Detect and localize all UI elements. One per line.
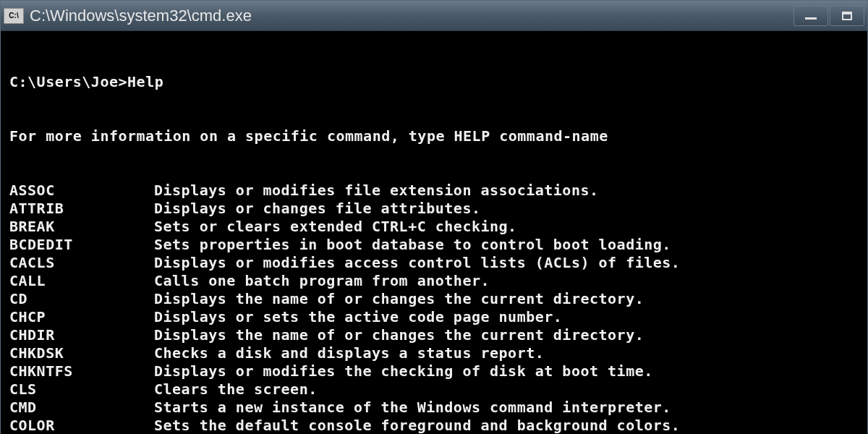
command-name: BCDEDIT	[9, 236, 154, 254]
help-intro: For more information on a specific comma…	[9, 127, 859, 145]
help-row: CMDStarts a new instance of the Windows …	[9, 399, 859, 417]
titlebar[interactable]: C:\ C:\Windows\system32\cmd.exe	[1, 1, 867, 31]
command-description: Starts a new instance of the Windows com…	[154, 399, 859, 417]
command-description: Displays or modifies access control list…	[154, 254, 859, 272]
window-title: C:\Windows\system32\cmd.exe	[30, 7, 793, 25]
command-name: CMD	[9, 399, 154, 417]
command-name: CHCP	[9, 308, 154, 326]
command-name: CLS	[9, 380, 154, 399]
command-description: Displays the name of or changes the curr…	[154, 326, 859, 344]
maximize-icon	[842, 12, 852, 20]
help-row: CHCPDisplays or sets the active code pag…	[9, 308, 859, 326]
command-name: COLOR	[9, 417, 154, 434]
command-name: CACLS	[9, 254, 154, 272]
help-row: BCDEDITSets properties in boot database …	[9, 236, 859, 254]
cmd-window: C:\ C:\Windows\system32\cmd.exe C:\Users…	[0, 0, 868, 434]
command-description: Displays or changes file attributes.	[154, 200, 859, 218]
command-description: Displays or modifies the checking of dis…	[154, 362, 859, 380]
help-row: COLORSets the default console foreground…	[9, 417, 859, 434]
minimize-icon	[805, 17, 817, 20]
command-description: Displays or sets the active code page nu…	[154, 308, 859, 326]
help-row: CDDisplays the name of or changes the cu…	[9, 290, 859, 308]
command-name: BREAK	[9, 218, 154, 236]
command-name: ATTRIB	[9, 200, 154, 218]
maximize-button[interactable]	[830, 6, 864, 26]
typed-command: Help	[127, 73, 163, 90]
app-icon-text: C:\	[9, 12, 18, 20]
minimize-button[interactable]	[793, 6, 828, 26]
help-row: CHDIRDisplays the name of or changes the…	[9, 326, 859, 344]
command-description: Clears the screen.	[154, 380, 859, 399]
command-description: Sets or clears extended CTRL+C checking.	[154, 218, 859, 236]
command-name: CHDIR	[9, 326, 154, 344]
help-row: CHKDSKChecks a disk and displays a statu…	[9, 344, 859, 362]
prompt-line: C:\Users\Joe>Help	[9, 73, 859, 91]
command-description: Displays or modifies file extension asso…	[154, 182, 859, 200]
terminal-output[interactable]: C:\Users\Joe>Help For more information o…	[1, 31, 867, 434]
help-row: CLSClears the screen.	[9, 380, 859, 399]
command-description: Calls one batch program from another.	[154, 272, 859, 290]
help-row: CALLCalls one batch program from another…	[9, 272, 859, 290]
command-name: ASSOC	[9, 182, 154, 200]
command-description: Sets the default console foreground and …	[154, 417, 859, 434]
command-name: CHKNTFS	[9, 362, 154, 380]
prompt: C:\Users\Joe>	[9, 73, 127, 90]
help-row: CHKNTFSDisplays or modifies the checking…	[9, 362, 859, 380]
command-description: Displays the name of or changes the curr…	[154, 290, 859, 308]
command-name: CD	[9, 290, 154, 308]
command-name: CALL	[9, 272, 154, 290]
command-name: CHKDSK	[9, 344, 154, 362]
help-row: BREAKSets or clears extended CTRL+C chec…	[9, 218, 859, 236]
help-row: ASSOCDisplays or modifies file extension…	[9, 182, 859, 200]
command-description: Checks a disk and displays a status repo…	[154, 344, 859, 362]
app-icon: C:\	[4, 8, 24, 24]
command-description: Sets properties in boot database to cont…	[154, 236, 859, 254]
help-row: CACLSDisplays or modifies access control…	[9, 254, 859, 272]
window-controls	[793, 6, 864, 26]
help-command-list: ASSOCDisplays or modifies file extension…	[9, 182, 859, 434]
help-row: ATTRIBDisplays or changes file attribute…	[9, 200, 859, 218]
